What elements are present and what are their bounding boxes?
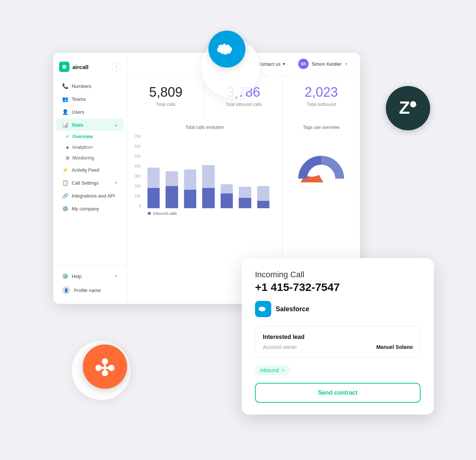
sidebar: aircall ‹ 📞 Numbers 👥 Teams 👤 Users 📊	[53, 53, 127, 304]
bar-chart	[142, 142, 275, 208]
app-name: aircall	[72, 64, 88, 70]
analytics-icon: ◈	[66, 145, 69, 150]
tag-close-icon[interactable]: ✕	[281, 368, 285, 373]
contact-us-label: Contact us	[258, 61, 280, 67]
hubspot-badge	[83, 344, 127, 389]
call-source-name: Salesforce	[276, 305, 309, 313]
stats-icon: 📊	[62, 122, 68, 128]
integrations-icon: 🔗	[62, 193, 68, 199]
svg-rect-10	[62, 65, 66, 69]
svg-text:Z: Z	[399, 97, 410, 117]
svg-rect-9	[104, 371, 106, 373]
sidebar-label-callsettings: Call Settings	[72, 180, 99, 186]
monitoring-icon: ⊞	[66, 155, 69, 161]
call-panel: Incoming Call +1 415-732-7547 Salesforce…	[242, 258, 434, 415]
svg-rect-5	[106, 367, 112, 369]
sidebar-label-numbers: Numbers	[72, 83, 91, 89]
sidebar-item-activity[interactable]: ⚡ Activity Feed	[56, 164, 124, 176]
user-menu[interactable]: SK Simon Kestler ▼	[295, 57, 351, 71]
sidebar-item-users[interactable]: 👤 Users	[56, 106, 124, 118]
stat-total-calls: 5,809 Total calls	[127, 75, 204, 117]
sidebar-item-help[interactable]: ⚙️ Help ▼	[56, 270, 124, 282]
tags-chart-title: Tags use overview	[290, 125, 353, 130]
user-avatar: SK	[298, 59, 309, 69]
inbound-calls-label: Total inbound calls	[214, 102, 273, 107]
call-title: Incoming Call	[255, 270, 421, 279]
company-icon: ⚙️	[62, 206, 68, 212]
user-chevron-icon: ▼	[344, 62, 348, 66]
stat-outbound-calls: 2,023 Total outbound	[283, 75, 360, 117]
outbound-calls-number: 2,023	[292, 86, 351, 99]
sidebar-item-company[interactable]: ⚙️ My company	[56, 202, 124, 215]
sidebar-nav: 📞 Numbers 👥 Teams 👤 Users 📊 Stats ▲	[53, 79, 127, 265]
salesforce-badge	[208, 31, 245, 68]
chart-legend: Inbound calls	[135, 211, 275, 216]
sidebar-item-teams[interactable]: 👥 Teams	[56, 93, 124, 105]
aircall-icon	[59, 62, 69, 72]
sidebar-logo: aircall ‹	[53, 59, 127, 79]
activity-icon: ⚡	[62, 167, 68, 173]
salesforce-source-icon	[255, 301, 271, 317]
svg-rect-3	[104, 364, 106, 371]
send-contract-button[interactable]: Send contract	[255, 383, 421, 403]
sidebar-label-users: Users	[72, 109, 84, 115]
sidebar-label-integrations: Integrations and API	[72, 193, 115, 199]
chevron-up-icon: ▲	[114, 123, 118, 127]
sidebar-label-profile: Profile name	[74, 288, 101, 293]
call-phone-number: +1 415-732-7547	[255, 281, 421, 293]
legend-dot-inbound	[148, 212, 151, 215]
contact-us-chevron-icon: ▼	[282, 62, 286, 66]
profile-avatar: 👤	[62, 286, 70, 294]
sidebar-label-analytics: Analytics+	[72, 145, 93, 150]
sidebar-label-monitoring: Monitoring	[72, 155, 94, 161]
phone-icon: 📞	[62, 83, 68, 89]
sidebar-item-profile[interactable]: 👤 Profile name	[56, 283, 124, 298]
total-calls-label: Total calls	[136, 102, 196, 107]
chevron-down-icon: ▼	[114, 181, 118, 185]
evolution-chart-title: Total calls evolution	[135, 125, 275, 130]
sidebar-label-activity: Activity Feed	[72, 167, 99, 173]
callsettings-icon: 📋	[62, 180, 68, 186]
teams-icon: 👥	[62, 96, 68, 102]
donut-chart	[290, 134, 353, 193]
inbound-tag[interactable]: Inbound ✕	[255, 365, 290, 375]
users-icon: 👤	[62, 109, 68, 115]
lead-card: Interested lead Account owner Manuel Sol…	[255, 326, 421, 358]
sidebar-label-overview: Overview	[72, 134, 93, 139]
svg-rect-7	[98, 367, 104, 369]
svg-point-2	[102, 358, 108, 365]
sidebar-item-numbers[interactable]: 📞 Numbers	[56, 80, 124, 92]
svg-point-1	[410, 101, 416, 107]
sidebar-label-company: My company	[72, 206, 99, 212]
lead-label: Account owner	[263, 344, 297, 350]
sidebar-item-integrations[interactable]: 🔗 Integrations and API	[56, 189, 124, 202]
outbound-calls-label: Total outbound	[292, 102, 351, 107]
call-source: Salesforce	[255, 301, 421, 317]
user-name: Simon Kestler	[312, 61, 341, 67]
sidebar-item-stats[interactable]: 📊 Stats ▲	[56, 119, 124, 131]
sidebar-item-overview[interactable]: ✓ Overview	[63, 131, 127, 142]
sidebar-label-stats: Stats	[72, 122, 84, 128]
lead-title: Interested lead	[263, 334, 413, 340]
total-calls-number: 5,809	[136, 86, 196, 99]
lead-value: Manuel Solano	[376, 344, 413, 350]
sidebar-label-teams: Teams	[72, 96, 86, 102]
back-button[interactable]: ‹	[112, 62, 121, 71]
lead-row: Account owner Manuel Solano	[263, 344, 413, 350]
sidebar-bottom: ⚙️ Help ▼ 👤 Profile name	[53, 265, 127, 298]
help-chevron-icon: ▼	[114, 274, 118, 278]
tag-label: Inbound	[260, 367, 279, 373]
legend-label-inbound: Inbound calls	[153, 211, 177, 216]
sidebar-label-help: Help	[72, 274, 82, 279]
stats-submenu: ✓ Overview ◈ Analytics+ ⊞ Monitoring	[63, 131, 127, 163]
chart-y-axis: 7006005004003002001000	[135, 134, 142, 208]
help-icon: ⚙️	[62, 273, 68, 279]
zendesk-badge: Z	[386, 86, 430, 130]
sidebar-item-callsettings[interactable]: 📋 Call Settings ▼	[56, 176, 124, 189]
overview-icon: ✓	[66, 134, 69, 139]
sidebar-item-monitoring[interactable]: ⊞ Monitoring	[63, 153, 127, 163]
sidebar-item-analytics[interactable]: ◈ Analytics+	[63, 142, 127, 152]
